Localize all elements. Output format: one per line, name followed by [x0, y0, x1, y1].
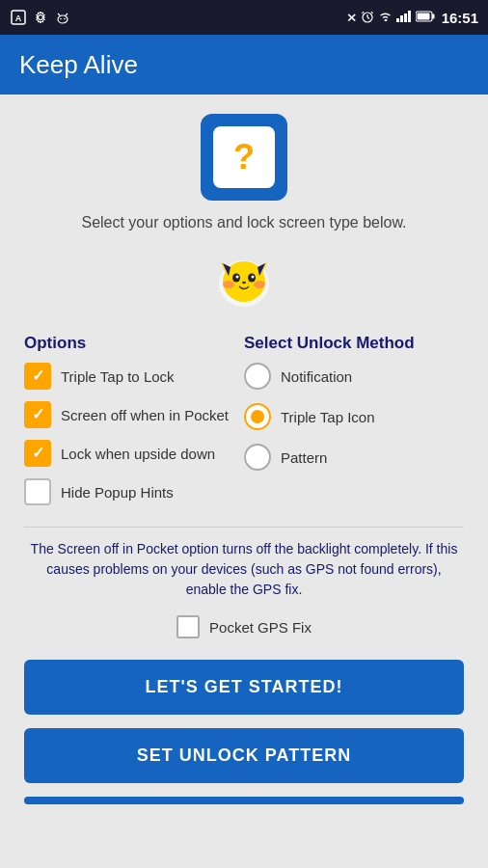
svg-point-29 [252, 276, 255, 279]
label-gps-fix: Pocket GPS Fix [209, 619, 312, 636]
status-settings-icon [32, 9, 49, 26]
svg-rect-18 [432, 14, 435, 18]
svg-text:A: A [15, 14, 22, 23]
label-screen-off-pocket: Screen off when in Pocket [61, 407, 229, 423]
svg-line-10 [367, 17, 369, 19]
radio-row-pattern[interactable]: Pattern [244, 444, 464, 471]
checkbox-hide-popup[interactable] [24, 478, 51, 505]
alarm-icon [361, 10, 374, 26]
checkbox-row-lock-upside-down[interactable]: ✓ Lock when upside down [24, 440, 244, 467]
label-hide-popup: Hide Popup Hints [61, 484, 174, 501]
radio-notification[interactable] [244, 363, 271, 390]
time-display: 16:51 [442, 10, 478, 26]
label-pattern: Pattern [281, 449, 327, 466]
unlock-method-heading: Select Unlock Method [244, 334, 464, 353]
hero-question-icon: ? [201, 114, 287, 201]
svg-point-3 [58, 15, 68, 23]
svg-rect-14 [400, 15, 403, 22]
radio-row-notification[interactable]: Notification [244, 363, 464, 390]
set-unlock-pattern-button[interactable]: SET UNLOCK PATTERN [24, 728, 464, 783]
svg-point-32 [242, 282, 246, 284]
info-text: The Screen off in Pocket option turns of… [24, 539, 464, 600]
status-left-icons: A [10, 9, 71, 26]
checkbox-triple-tap-lock[interactable]: ✓ [24, 363, 51, 390]
svg-point-28 [236, 276, 239, 279]
svg-line-11 [362, 12, 364, 14]
svg-rect-19 [417, 13, 429, 19]
question-mark-inner: ? [213, 126, 275, 188]
svg-rect-13 [396, 18, 399, 22]
status-right-icons: ⨯ 16:51 [346, 10, 478, 26]
bottom-bar [24, 797, 464, 804]
radio-row-triple-tap-icon[interactable]: Triple Tap Icon [244, 403, 464, 430]
svg-line-12 [371, 12, 373, 14]
checkbox-row-screen-off-pocket[interactable]: ✓ Screen off when in Pocket [24, 401, 244, 428]
label-notification: Notification [281, 368, 352, 385]
radio-dot-triple-tap-icon [251, 410, 264, 423]
right-unlock-col: Select Unlock Method Notification Triple… [244, 334, 464, 484]
wifi-icon [378, 11, 393, 25]
label-lock-upside-down: Lock when upside down [61, 446, 215, 462]
mascot-icon [211, 247, 277, 312]
svg-rect-15 [404, 14, 407, 22]
app-bar: Keep Alive [0, 35, 488, 95]
radio-pattern[interactable] [244, 444, 271, 471]
radio-triple-tap-icon[interactable] [244, 403, 271, 430]
options-section: Options ✓ Triple Tap to Lock ✓ Screen of… [24, 334, 464, 517]
battery-icon [416, 11, 435, 25]
label-triple-tap-lock: Triple Tap to Lock [61, 368, 175, 385]
signal-bars-icon [396, 11, 412, 25]
get-started-button[interactable]: LET'S GET STARTED! [24, 660, 464, 715]
checkbox-lock-upside-down[interactable]: ✓ [24, 440, 51, 467]
label-triple-tap-icon: Triple Tap Icon [281, 409, 375, 425]
checkmark-triple-tap-lock: ✓ [32, 368, 44, 384]
svg-rect-16 [408, 11, 411, 22]
checkbox-gps-fix[interactable] [176, 615, 200, 638]
options-heading: Options [24, 334, 244, 353]
checkbox-row-triple-tap-lock[interactable]: ✓ Triple Tap to Lock [24, 363, 244, 390]
bluetooth-icon: ⨯ [346, 11, 357, 25]
svg-line-4 [58, 14, 60, 15]
left-options-col: Options ✓ Triple Tap to Lock ✓ Screen of… [24, 334, 244, 517]
status-bar: A ⨯ 16:51 [0, 0, 488, 35]
subtitle: Select your options and lock screen type… [24, 214, 464, 231]
svg-line-5 [66, 14, 68, 15]
svg-point-2 [39, 15, 43, 20]
mascot-wrapper [24, 247, 464, 312]
app-title: Keep Alive [19, 50, 138, 80]
gps-fix-row[interactable]: Pocket GPS Fix [24, 615, 464, 638]
checkbox-screen-off-pocket[interactable]: ✓ [24, 401, 51, 428]
checkbox-row-hide-popup[interactable]: Hide Popup Hints [24, 478, 244, 505]
checkmark-lock-upside-down: ✓ [32, 446, 44, 461]
hero-icon-wrapper: ? [24, 114, 464, 201]
svg-point-6 [60, 18, 62, 20]
svg-point-30 [223, 281, 234, 288]
main-content: ? Select your options and lock screen ty… [0, 95, 488, 868]
svg-point-31 [254, 281, 265, 288]
svg-point-7 [64, 18, 66, 20]
checkmark-screen-off-pocket: ✓ [32, 407, 44, 422]
divider [24, 527, 464, 528]
status-app-icon-1: A [10, 9, 27, 26]
status-android-icon [54, 9, 71, 26]
